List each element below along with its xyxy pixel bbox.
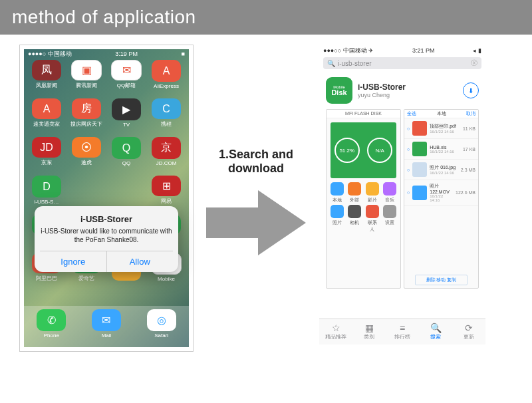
app-icon[interactable]: ▶TV (112, 98, 141, 128)
app-icon[interactable]: ▣腾讯新闻 (72, 60, 101, 89)
app-icon[interactable]: ✉QQ邮箱 (112, 60, 141, 89)
tab-搜索[interactable]: 🔍搜索 (419, 319, 452, 344)
app-icon[interactable]: ⦿途虎 (72, 137, 101, 166)
status-bar: ●●●○○ 中国移动 ✈ 3:21 PM ◂ ▮ (319, 45, 485, 56)
mini-本地[interactable]: 本地 (331, 182, 344, 203)
alert-body: i-USB-Storer would like to communicate w… (40, 227, 173, 244)
tab-更新[interactable]: ⟳更新 (452, 319, 485, 344)
tab-精品推荐[interactable]: ☆精品推荐 (319, 319, 352, 344)
app-dev: yuyu Cheng (358, 92, 406, 98)
app-icon[interactable]: C携程 (152, 98, 181, 128)
app-icon[interactable]: 房搜房网房天下 (72, 98, 101, 128)
search-result[interactable]: Mobile Disk i-USB-Storer yuyu Cheng ⬇ (319, 70, 485, 109)
dock: ✆Phone✉Mail◎Safari (24, 306, 189, 347)
app-icon[interactable]: ⊞网易 (152, 176, 181, 205)
tab-类别[interactable]: ▦类别 (352, 319, 386, 344)
app-icon[interactable]: QQQ (112, 137, 141, 166)
mini-照片[interactable]: 照片 (331, 205, 344, 233)
tab-排行榜[interactable]: ≡排行榜 (386, 319, 419, 344)
search-icon: 🔍 (327, 60, 335, 67)
caption-text: 1.Search and download (200, 148, 313, 176)
file-row[interactable]: ○HUB.xls16/1/22 14:1617 KB (404, 139, 478, 160)
app-icon[interactable]: A速卖通卖家 (32, 98, 61, 128)
mini-外部[interactable]: 外部 (348, 182, 361, 203)
dock-safari[interactable]: ◎Safari (147, 309, 176, 338)
file-row[interactable]: ○照片 122.MOV16/1/22 14:16122.6 MB (404, 180, 478, 205)
phone-right: ●●●○○ 中国移动 ✈ 3:21 PM ◂ ▮ 🔍 i-usb-storer … (319, 45, 485, 344)
status-bar: ●●●●○ 中国移动 3:19 PM ■ (24, 49, 189, 59)
app-icon[interactable] (112, 176, 141, 205)
mini-音乐[interactable]: 音乐 (383, 182, 396, 203)
step-caption: 1.Search and download (200, 148, 313, 259)
header: method of application (0, 0, 532, 35)
mini-影片[interactable]: 影片 (366, 182, 379, 203)
dock-phone[interactable]: ✆Phone (37, 309, 66, 338)
file-row[interactable]: ○顶部丝印.pdf16/1/22 14:1611 KB (404, 118, 478, 139)
clear-icon[interactable]: ⓧ (471, 59, 477, 68)
tab-bar: ☆精品推荐▦类别≡排行榜🔍搜索⟳更新 (319, 319, 485, 344)
app-name: i-USB-Storer (358, 82, 406, 92)
app-icon[interactable] (72, 176, 101, 205)
search-input[interactable]: 🔍 i-usb-storer ⓧ (323, 57, 481, 69)
ignore-button[interactable]: Ignore (40, 251, 107, 272)
permission-alert: i-USB-Storer i-USB-Storer would like to … (35, 206, 178, 272)
screenshot-2: 全选 本地 取消 ○顶部丝印.pdf16/1/22 14:1611 KB○HUB… (404, 109, 479, 289)
download-button[interactable]: ⬇ (463, 82, 479, 98)
app-icon[interactable]: 凤凤凰新闻 (32, 60, 61, 89)
arrow-icon (200, 186, 313, 259)
app-icon[interactable]: AAliExpress (152, 60, 181, 89)
app-icon[interactable]: 京JD.COM (152, 137, 181, 166)
alert-title: i-USB-Storer (40, 214, 173, 224)
mini-设置[interactable]: 设置 (383, 205, 396, 233)
app-icon[interactable]: Di-USB-S… (32, 176, 61, 205)
allow-button[interactable]: Allow (107, 251, 174, 272)
dock-mail[interactable]: ✉Mail (92, 309, 121, 338)
file-actions[interactable]: 删除 移动 复制 (415, 275, 467, 285)
file-row[interactable]: ○照片 016.jpg16/1/22 14:162.3 MB (404, 160, 478, 180)
app-logo: Mobile Disk (326, 77, 352, 104)
mini-联系人[interactable]: 联系人 (366, 205, 379, 233)
mini-相机[interactable]: 相机 (348, 205, 361, 233)
screenshot-1: MFI FLASH DISK 51.2% N/A 本地外部影片音乐照片相机联系人… (326, 109, 401, 289)
header-title: method of application (12, 7, 196, 27)
app-icon[interactable]: JD京东 (32, 137, 61, 166)
phone-left: ●●●●○ 中国移动 3:19 PM ■ 凤凤凰新闻▣腾讯新闻✉QQ邮箱AAli… (20, 45, 193, 351)
